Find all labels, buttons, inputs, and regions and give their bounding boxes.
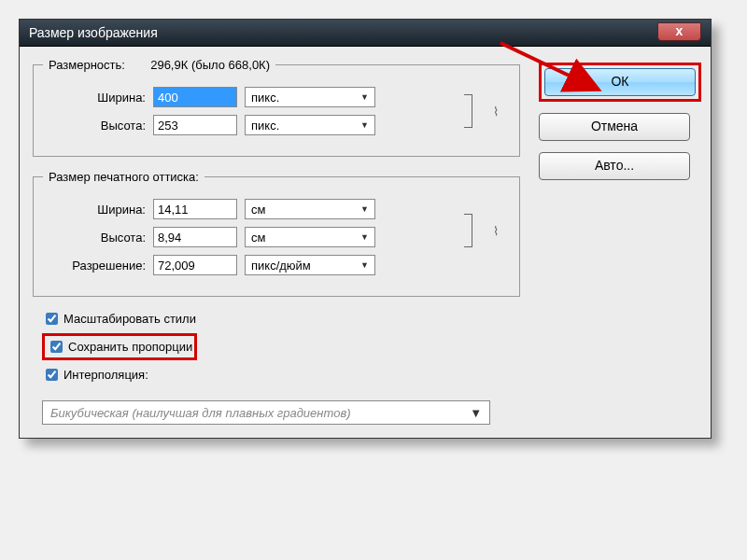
- titlebar[interactable]: Размер изображения x: [20, 20, 711, 47]
- auto-button[interactable]: Авто...: [539, 152, 690, 180]
- height-label: Высота:: [43, 119, 153, 133]
- resolution-unit-select[interactable]: пикс/дюйм ▼: [245, 255, 375, 275]
- print-height-input[interactable]: [153, 227, 237, 247]
- width-input[interactable]: [153, 87, 237, 107]
- chevron-down-icon: ▼: [360, 232, 369, 242]
- chevron-down-icon: ▼: [360, 92, 369, 102]
- width-label: Ширина:: [43, 91, 153, 105]
- width-unit-select[interactable]: пикс. ▼: [245, 87, 375, 107]
- chevron-down-icon: ▼: [360, 204, 369, 214]
- dialog-title: Размер изображения: [29, 25, 158, 40]
- chevron-down-icon: ▼: [470, 406, 482, 420]
- dimensions-legend: Размерность:: [49, 58, 125, 72]
- scale-styles-checkbox[interactable]: Масштабировать стили: [42, 310, 514, 328]
- resolution-input[interactable]: [153, 255, 237, 275]
- resample-checkbox[interactable]: Интерполяция:: [42, 366, 514, 384]
- link-icon[interactable]: ⌇: [493, 105, 499, 119]
- interpolation-select[interactable]: Бикубическая (наилучшая для плавных град…: [42, 400, 490, 425]
- link-icon[interactable]: ⌇: [493, 224, 499, 238]
- print-height-label: Высота:: [43, 231, 153, 245]
- pixel-dimensions-group: Размерность: 296,9К (было 668,0К) Ширина…: [33, 58, 520, 157]
- highlight-constrain: Сохранить пропорции: [42, 333, 197, 360]
- document-size-group: Размер печатного оттиска: Ширина: см ▼: [33, 170, 520, 297]
- print-width-input[interactable]: [153, 199, 237, 219]
- chevron-down-icon: ▼: [360, 120, 369, 130]
- cancel-button[interactable]: Отмена: [539, 113, 690, 141]
- close-button[interactable]: x: [657, 22, 701, 41]
- height-input[interactable]: [153, 115, 237, 135]
- file-size-text: 296,9К (было 668,0К): [150, 58, 270, 72]
- highlight-ok: ОК: [539, 63, 701, 102]
- image-size-dialog: Размер изображения x Размерность: 296,9К…: [19, 19, 712, 439]
- chevron-down-icon: ▼: [360, 260, 369, 270]
- print-height-unit-select[interactable]: см ▼: [245, 227, 375, 247]
- ok-button[interactable]: ОК: [544, 68, 696, 96]
- constrain-proportions-checkbox[interactable]: Сохранить пропорции: [47, 338, 192, 356]
- height-unit-select[interactable]: пикс. ▼: [245, 115, 375, 135]
- resolution-label: Разрешение:: [43, 259, 153, 273]
- print-width-label: Ширина:: [43, 203, 153, 217]
- print-width-unit-select[interactable]: см ▼: [245, 199, 375, 219]
- print-legend: Размер печатного оттиска:: [43, 170, 204, 184]
